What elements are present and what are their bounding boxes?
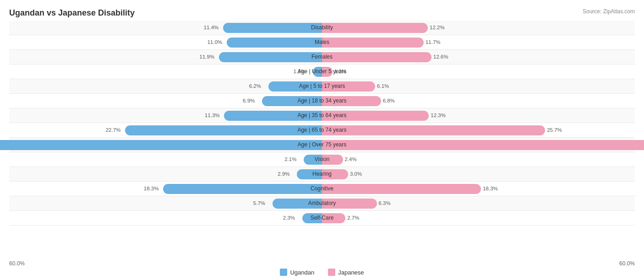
x-axis-right: 60.0% bbox=[619, 260, 635, 267]
left-value: 11.9% bbox=[200, 54, 215, 59]
row-label: Ambulatory bbox=[308, 200, 336, 206]
row-label: Age | 35 to 64 years bbox=[297, 112, 346, 118]
left-value: 2.3% bbox=[283, 215, 295, 221]
row-label: Age | 65 to 74 years bbox=[297, 127, 346, 133]
chart-container: Ugandan vs Japanese Disability Source: Z… bbox=[0, 0, 644, 280]
right-value: 25.7% bbox=[547, 127, 562, 133]
row-label: Cognitive bbox=[311, 185, 333, 192]
left-value: 6.2% bbox=[249, 83, 261, 89]
table-row: Self-Care2.3%2.7% bbox=[9, 211, 635, 226]
right-value: 12.2% bbox=[430, 25, 445, 30]
x-axis: 60.0% 60.0% bbox=[9, 258, 635, 267]
bar-left bbox=[163, 184, 322, 194]
bar-right bbox=[322, 140, 644, 150]
table-row: Cognitive18.3%18.3% bbox=[9, 182, 635, 196]
left-value: 11.4% bbox=[204, 25, 219, 30]
left-value: 18.3% bbox=[144, 186, 159, 191]
table-row: Age | 35 to 64 years11.3%12.3% bbox=[9, 108, 635, 123]
legend-japanese: Japanese bbox=[328, 269, 364, 276]
bar-left bbox=[219, 52, 322, 62]
row-label: Males bbox=[315, 39, 329, 45]
right-value: 12.3% bbox=[431, 113, 446, 118]
row-label: Age | Over 75 years bbox=[298, 141, 347, 148]
left-value: 2.9% bbox=[278, 171, 289, 177]
row-label: Age | 18 to 34 years bbox=[297, 97, 346, 104]
chart-title: Ugandan vs Japanese Disability bbox=[9, 8, 635, 18]
table-row: Age | 5 to 17 years6.2%6.1% bbox=[9, 79, 635, 94]
japanese-color-box bbox=[328, 269, 335, 276]
bar-right bbox=[322, 38, 424, 48]
table-row: Hearing2.9%3.0% bbox=[9, 167, 635, 182]
table-row: Vision2.1%2.4% bbox=[9, 152, 635, 167]
bar-right bbox=[322, 184, 481, 194]
left-value: 6.9% bbox=[243, 98, 255, 103]
bar-left bbox=[227, 38, 322, 48]
right-value: 2.7% bbox=[347, 215, 359, 221]
right-value: 3.0% bbox=[350, 171, 362, 177]
table-row: Age | Under 5 years1.1%1.2% bbox=[9, 65, 635, 79]
bar-right bbox=[322, 52, 431, 62]
table-row: Males11.0%11.7% bbox=[9, 35, 635, 50]
right-value: 6.3% bbox=[379, 200, 391, 206]
right-value: 12.6% bbox=[433, 54, 448, 59]
ugandan-label: Ugandan bbox=[290, 269, 314, 276]
row-label: Vision bbox=[315, 156, 329, 162]
bar-left bbox=[125, 125, 322, 135]
left-value: 11.3% bbox=[205, 113, 220, 118]
table-row: Age | 65 to 74 years22.7%25.7% bbox=[9, 123, 635, 138]
bar-right bbox=[322, 23, 428, 33]
legend-ugandan: Ugandan bbox=[280, 269, 314, 276]
right-value: 2.4% bbox=[345, 156, 357, 162]
left-value: 11.0% bbox=[207, 39, 223, 45]
table-row: Ambulatory5.7%6.3% bbox=[9, 196, 635, 211]
row-label: Females bbox=[311, 54, 333, 60]
bar-left bbox=[223, 23, 322, 33]
chart-area: Disability11.4%12.2%Males11.0%11.7%Femal… bbox=[9, 21, 635, 258]
right-value: 18.3% bbox=[483, 186, 498, 191]
left-value: 2.1% bbox=[284, 156, 296, 162]
right-value: 11.7% bbox=[426, 39, 441, 45]
row-label: Age | Under 5 years bbox=[298, 68, 347, 75]
bar-left bbox=[0, 140, 322, 150]
right-value: 6.8% bbox=[383, 98, 395, 103]
bar-right bbox=[322, 125, 545, 135]
row-label: Age | 5 to 17 years bbox=[299, 83, 345, 89]
right-value: 6.1% bbox=[377, 83, 389, 89]
table-row: Age | Over 75 years46.3%50.2% bbox=[9, 138, 635, 152]
row-label: Disability bbox=[311, 24, 333, 31]
left-value: 5.7% bbox=[253, 200, 265, 206]
source-label: Source: ZipAtlas.com bbox=[583, 8, 635, 15]
left-value: 22.7% bbox=[106, 127, 121, 133]
row-label: Hearing bbox=[312, 171, 332, 177]
table-row: Disability11.4%12.2% bbox=[9, 21, 635, 35]
table-row: Age | 18 to 34 years6.9%6.8% bbox=[9, 94, 635, 108]
x-axis-left: 60.0% bbox=[9, 260, 25, 267]
legend: Ugandan Japanese bbox=[9, 269, 635, 276]
row-label: Self-Care bbox=[311, 215, 334, 221]
japanese-label: Japanese bbox=[338, 269, 364, 276]
table-row: Females11.9%12.6% bbox=[9, 50, 635, 65]
ugandan-color-box bbox=[280, 269, 287, 276]
